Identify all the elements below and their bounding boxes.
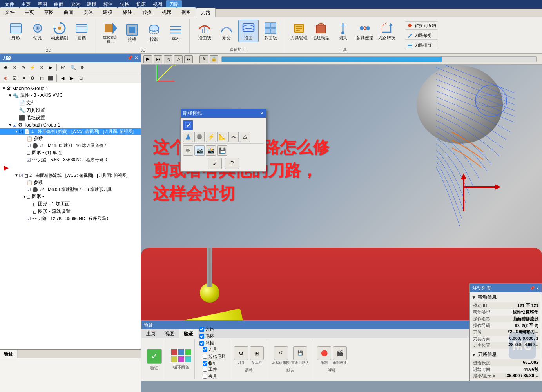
pb-progress-bar[interactable] — [221, 56, 537, 62]
tb2-btn-8[interactable]: ▶ — [68, 74, 76, 82]
tb2-btn-9[interactable]: ⊞ — [77, 74, 85, 82]
btn-tool-manager[interactable]: 刀具管理 — [289, 20, 309, 42]
dialog-ok-btn[interactable]: ✓ — [208, 158, 222, 169]
db3[interactable]: ⚡ — [206, 132, 216, 142]
btn-contour[interactable]: 外形 — [5, 20, 26, 42]
dialog-help-btn[interactable]: ? — [225, 158, 239, 169]
vw-tab-home[interactable]: 主页 — [141, 329, 160, 338]
tree-node-op1[interactable]: ▼ ☑ 📄 1 - 外形铣削 (斜插) - [WCS: 俯视图] - [刀具面:… — [0, 128, 141, 135]
tb-btn-1[interactable]: ⊕ — [2, 64, 9, 71]
btn-multiface[interactable]: 多面板 — [260, 20, 281, 42]
db7[interactable]: ✏ — [183, 145, 193, 156]
tb2-btn-5[interactable]: ◻ — [38, 74, 45, 82]
color-swatch-4[interactable] — [171, 356, 177, 362]
pb-play[interactable]: ▶ — [143, 55, 152, 63]
tree-node-params1[interactable]: 📋 参数 — [0, 135, 141, 142]
db4[interactable]: 📐 — [217, 132, 227, 142]
tab-toolpath[interactable]: 刀路 — [196, 8, 216, 17]
color-swatch-5[interactable] — [178, 356, 184, 362]
tree-node-file[interactable]: 📄 文件 — [0, 99, 141, 107]
tb-btn-5[interactable]: ✕ — [38, 64, 45, 71]
btn-save-default[interactable]: 💾 — [293, 346, 307, 360]
tb-btn-8[interactable]: ⚙ — [78, 64, 86, 71]
btn-flowline[interactable]: 沿面 — [238, 20, 259, 42]
btn-along-curve[interactable]: 沿曲线 — [194, 20, 215, 42]
btn-path-xform[interactable]: 刀路转换 — [377, 20, 397, 42]
db2[interactable] — [194, 132, 205, 142]
ml-pin[interactable]: 📌 — [529, 286, 535, 291]
btn-morph[interactable]: 渐变 — [216, 20, 237, 42]
ml-move-info-header[interactable]: ▼ 移动信息 — [471, 294, 540, 301]
tab-surface[interactable]: 曲面 — [59, 7, 78, 17]
vw-verify-btn[interactable]: ✓ — [147, 349, 162, 364]
tab-sketch[interactable]: 草图 — [39, 7, 59, 17]
pb-next[interactable]: ▷ — [174, 55, 183, 63]
db6[interactable]: ⚠ — [240, 132, 250, 142]
chk-path[interactable] — [199, 327, 204, 332]
tab-home[interactable]: 主页 — [20, 7, 39, 17]
db5[interactable]: ✂ — [228, 132, 239, 142]
chk-fixture[interactable] — [203, 374, 207, 379]
btn-restore-default[interactable]: ↺ — [274, 346, 288, 360]
tree-node-op2[interactable]: ▼ ☑ ◻ 2 - 曲面精修流线 - [WCS: 俯视图] - [刀具面: 俯视… — [0, 172, 141, 179]
btn-tool-adjust[interactable]: ⚙ — [234, 346, 248, 360]
chk-work[interactable] — [203, 367, 207, 372]
btn-stock-model[interactable]: 毛坯模型 — [311, 20, 331, 42]
verify-tab-home[interactable]: 验证 — [0, 350, 18, 358]
tree-node-tool2[interactable]: ☑ ⚫ #2 - M6.00 糖球型铣刀 - 6 糖球形刀具 — [0, 186, 141, 193]
tb-btn-7[interactable]: 🔍 — [69, 64, 77, 71]
tb2-btn-4[interactable]: ⚙ — [29, 74, 36, 82]
chk-wire[interactable] — [199, 341, 204, 346]
pb-back[interactable]: ⏮ — [154, 55, 162, 63]
tree-node-geo2[interactable]: ▼ ◻ 图形 - — [0, 193, 141, 200]
vw-tab-view[interactable]: 视图 — [160, 329, 179, 338]
tb-btn-6[interactable]: ▶ — [47, 64, 54, 71]
tab-machine[interactable]: 机床 — [157, 7, 176, 17]
btn-path-arrange[interactable]: 刀路排版 — [405, 41, 438, 49]
panel-close-btn[interactable]: ✕ — [134, 55, 138, 61]
tab-solid[interactable]: 实体 — [78, 7, 98, 17]
tb-btn-3[interactable]: ✎ — [20, 64, 27, 71]
btn-face[interactable]: 面铣 — [71, 20, 92, 42]
tree-node-mach-face[interactable]: ◻ 图形 - 1 加工面 — [0, 200, 141, 208]
db8[interactable]: 📷 — [194, 145, 205, 156]
tree-node-path2[interactable]: ☑ 〰 刀路 - 12.7K - 35666.NC · 程序号码 0 — [0, 215, 141, 222]
tree-node-attr[interactable]: ▼ 🔩 属性 - 3 - AXIS VMC — [0, 92, 141, 99]
color-swatch-3[interactable] — [185, 349, 191, 355]
tab-file[interactable]: 文件 — [0, 7, 20, 17]
db9[interactable]: 📸 — [206, 145, 216, 156]
tb-btn-2[interactable]: ✕ — [11, 64, 18, 71]
panel-pin-btn[interactable]: 📌 — [127, 55, 133, 61]
btn-parallel[interactable]: 平行 — [166, 21, 186, 44]
tree-node-stocksetup[interactable]: ⬛ 毛坯设置 — [0, 114, 141, 122]
btn-record-options[interactable]: 🎬 — [333, 346, 347, 360]
tb2-btn-6[interactable]: ⬛ — [47, 74, 54, 82]
dialog-close-btn[interactable]: ✕ — [260, 111, 264, 116]
btn-path-edit[interactable]: 刀路修剪 — [405, 31, 438, 40]
tree-node-machgrp[interactable]: ▼ ⚙ Machine Group-1 — [0, 85, 141, 92]
tb-btn-4[interactable]: ⚡ — [29, 64, 36, 71]
tree-node-tpgrp[interactable]: ▼ ☑ ⚙ Toolpath Group-1 — [0, 122, 141, 128]
tab-model[interactable]: 建模 — [98, 7, 118, 17]
viewport[interactable]: ▶ ⏮ ◁ ▷ ⏭ ✎ 🔒 绘 — [141, 54, 542, 392]
btn-drill[interactable]: 钻孔 — [27, 20, 48, 42]
btn-opti-rough[interactable]: 优化动态粗… — [100, 20, 120, 45]
tree-node-params2[interactable]: 📋 参数 — [0, 179, 141, 186]
tb2-btn-7[interactable]: ◀ — [59, 74, 67, 82]
tab-dim[interactable]: 标注 — [118, 7, 137, 17]
btn-multi-tool[interactable]: ⊞ — [250, 346, 264, 360]
tb2-btn-2[interactable]: ☑ — [11, 74, 18, 82]
chk-init-stock[interactable] — [203, 354, 207, 359]
btn-probe[interactable]: 测头 — [333, 20, 353, 42]
tree-node-toolsetup[interactable]: 🔧 刀具设置 — [0, 107, 141, 114]
pb-fwd[interactable]: ⏭ — [184, 55, 193, 63]
tree-node-flowline-setup[interactable]: ◻ 图形 - 流线设置 — [0, 208, 141, 215]
viewport-3d[interactable]: 绘 — [141, 54, 542, 381]
btn-dynamic-mill[interactable]: 动态铣削 — [49, 20, 70, 42]
color-swatch-1[interactable] — [171, 349, 177, 355]
btn-project[interactable]: 投影 — [144, 21, 164, 44]
ml-close[interactable]: ✕ — [536, 286, 539, 291]
color-swatch-2[interactable] — [178, 349, 184, 355]
db10[interactable]: 💾 — [217, 145, 227, 156]
btn-convert-5axis[interactable]: 转换到五轴 — [405, 21, 438, 30]
